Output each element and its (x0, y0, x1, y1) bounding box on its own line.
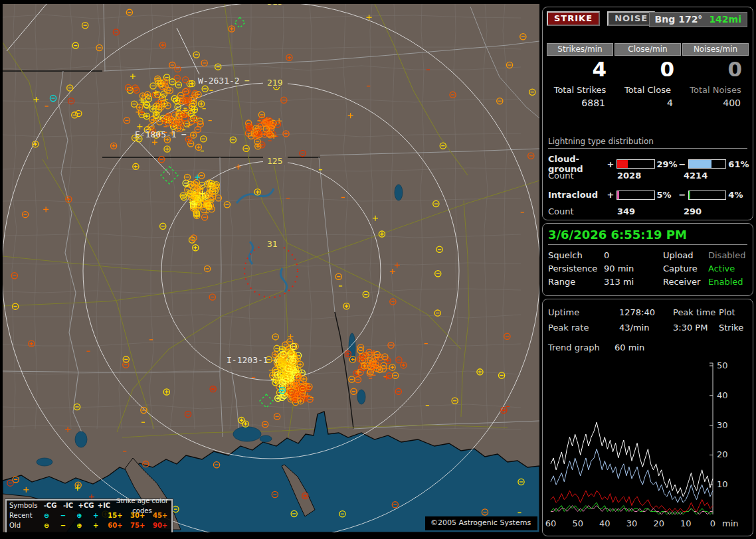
legend-col-pos-ic: +IC (95, 501, 113, 510)
strikes-per-min-value: 4 (547, 57, 613, 81)
y-tick-label: 40 (717, 390, 728, 400)
plot-mode-value[interactable]: Strike (719, 323, 750, 333)
trend-series--CG (551, 449, 713, 502)
bearing-chip: Bng 172°142mi (649, 12, 747, 27)
count-label: Count (548, 206, 617, 216)
capture-label: Capture (663, 264, 708, 273)
total-noises-label: Total Noises (682, 85, 749, 95)
total-strikes-label: Total Strikes (547, 85, 613, 95)
plus-sign: + (607, 190, 614, 200)
strike-mode-button[interactable]: STRIKE (547, 11, 600, 26)
distribution-title: Lightning type distribution (548, 137, 747, 149)
old-minus-icon: − (55, 520, 72, 530)
ring-label: 31 (267, 239, 278, 249)
noises-per-min-value: 0 (682, 57, 749, 81)
uptime-label: Uptime (548, 307, 619, 317)
status-row: Range 313 mi Receiver Enabled (548, 277, 750, 287)
legend-recent-row: Recent ⊖ − ⊕ + 15+ 30+ 45+ (7, 510, 171, 520)
ic-negative-pct: 4% (728, 190, 750, 200)
minus-sign: − (678, 190, 686, 200)
cg-positive-fill (617, 160, 628, 168)
capture-status: Active (708, 264, 750, 273)
peak-rate-value: 43/min (619, 323, 673, 333)
trend-chart: 10203040506050403020100min (545, 356, 750, 534)
minus-sign: − (678, 159, 686, 169)
cg-negative-pct: 61% (728, 159, 750, 169)
y-tick-label: 10 (717, 479, 728, 489)
count-label: Count (548, 171, 617, 181)
legend-header-row: Symbols -CG -IC +CG +IC Strike age color… (7, 501, 171, 510)
age-30: 30+ (126, 510, 149, 520)
y-tick-label: 30 (717, 420, 728, 430)
recent-circle-plus-icon: ⊕ (71, 510, 88, 520)
ring-label: 313 (267, 4, 282, 7)
map-canvas[interactable]: 31125219313W-2631-2−E-1805-1−I-1203-1v (3, 4, 539, 532)
app-window: 31125219313W-2631-2−E-1805-1−I-1203-1v S… (0, 0, 756, 539)
status-row: Squelch 0 Upload Disabled (548, 250, 750, 260)
receiver-label: Receiver (663, 277, 708, 287)
datetime-display: 3/6/2026 6:55:19 PM (548, 228, 747, 245)
intracloud-label: Intracloud (548, 190, 607, 200)
plus-sign: + (607, 159, 614, 169)
old-circle-plus-icon: ⊕ (71, 520, 88, 530)
status-row: Persistence 90 min Capture Active (548, 264, 750, 273)
ic-positive-fill (617, 191, 619, 199)
legend-col-neg-cg: -CG (41, 501, 59, 510)
cg-negative-count: 4214 (684, 171, 750, 181)
storm-cell-label: W-2631-2 (198, 76, 240, 86)
trend-graph-row: Trend graph 60 min (548, 343, 750, 352)
x-tick-label: 60 (545, 518, 556, 528)
age-60: 60+ (104, 520, 127, 530)
ic-negative-bar (688, 191, 727, 200)
bearing-value: Bng 172° (655, 14, 703, 25)
legend-old-label: Old (7, 520, 39, 530)
storm-direction-indicator: − (181, 129, 187, 139)
recent-plus-icon: + (88, 510, 104, 520)
rate-chips-row: Strikes/min 4 Total Strikes 6881 Close/m… (545, 43, 750, 108)
storm-cell-label: I-1203-1 (227, 355, 268, 365)
age-15: 15+ (104, 510, 127, 520)
session-panel: Uptime 1278:40 Peak time Plot Peak rate … (542, 299, 753, 536)
ring-label: 125 (267, 156, 282, 166)
total-close-label: Total Close (614, 85, 681, 95)
persistence-value: 90 min (604, 264, 663, 273)
intracloud-count-row: Count 349 290 (548, 206, 750, 216)
age-45: 45+ (149, 510, 171, 520)
ic-positive-bar (616, 191, 655, 200)
ic-negative-fill (689, 191, 690, 199)
squelch-label: Squelch (548, 250, 604, 260)
peak-time-value: 3:30 PM (673, 323, 719, 333)
legend-symbols-title: Symbols (7, 501, 41, 510)
peak-time-label: Peak time (673, 307, 719, 317)
range-value: 313 mi (604, 277, 663, 287)
cg-positive-bar (616, 159, 655, 169)
x-tick-label: 10 (680, 518, 692, 528)
map-legend: Symbols -CG -IC +CG +IC Strike age color… (5, 499, 173, 532)
receiver-status: Enabled (708, 277, 750, 287)
plot-label: Plot (719, 307, 750, 317)
legend-recent-label: Recent (7, 510, 39, 520)
strikes-column: Strikes/min 4 Total Strikes 6881 (547, 43, 613, 108)
ic-negative-count: 290 (684, 206, 750, 216)
x-tick-label: 0 (710, 518, 715, 528)
total-strikes-value: 6881 (547, 98, 613, 108)
status-panel: 3/6/2026 6:55:19 PM Squelch 0 Upload Dis… (542, 223, 753, 296)
close-per-min-value: 0 (614, 57, 681, 81)
recent-circle-minus-icon: ⊖ (39, 510, 55, 520)
x-tick-label: 30 (626, 518, 638, 528)
noises-per-min-chip: Noises/min (682, 43, 749, 56)
age-90: 90+ (149, 520, 171, 530)
trend-window-value[interactable]: 60 min (614, 343, 668, 352)
ic-positive-count: 349 (617, 206, 684, 216)
lightning-map[interactable]: 31125219313W-2631-2−E-1805-1−I-1203-1v S… (3, 4, 539, 532)
age-75: 75+ (126, 520, 149, 530)
trend-graph-label: Trend graph (548, 343, 614, 352)
cloud-ground-count-row: Count 2028 4214 (548, 171, 750, 181)
storm-direction-indicator: − (244, 76, 250, 86)
noise-mode-button[interactable]: NOISE (607, 11, 655, 26)
x-axis-unit: min (722, 518, 739, 528)
upload-status: Disabled (708, 250, 750, 260)
squelch-value: 0 (604, 250, 663, 260)
storm-cell-label: E-1805-1 (135, 129, 177, 139)
session-row: Peak rate 43/min 3:30 PM Strike (548, 323, 750, 333)
